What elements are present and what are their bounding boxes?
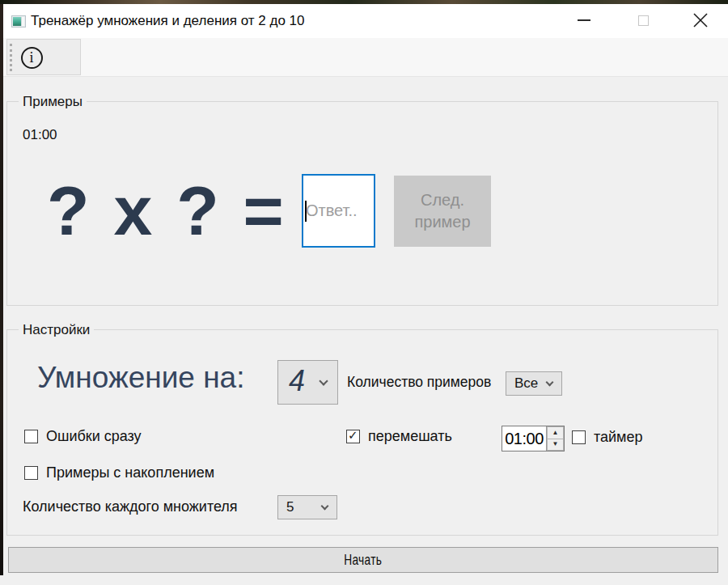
spinner-down-button[interactable]: ▼ xyxy=(547,439,564,451)
examples-group-label: Примеры xyxy=(19,94,87,110)
examples-count-value: Все xyxy=(514,375,538,392)
factor-count-label: Количество каждого множителя xyxy=(23,498,238,515)
multiplier-combobox[interactable]: 4 xyxy=(277,360,338,405)
minimize-icon xyxy=(578,19,590,21)
answer-input[interactable]: Ответ.. xyxy=(302,174,375,248)
toolbar-gripper[interactable] xyxy=(10,44,12,71)
checkbox-label: таймер xyxy=(594,429,643,446)
close-icon xyxy=(693,13,708,28)
screen: Тренажёр умножения и деления от 2 до 10 … xyxy=(0,0,728,585)
checkbox-box xyxy=(24,430,38,443)
checkbox-shuffle[interactable]: ✓ перемешать xyxy=(346,428,452,445)
checkbox-box xyxy=(24,466,38,480)
settings-group-label: Настройки xyxy=(19,322,94,338)
checkbox-label: Примеры с накоплением xyxy=(46,464,214,481)
examples-count-combobox[interactable]: Все xyxy=(506,371,562,396)
close-button[interactable] xyxy=(682,4,719,36)
answer-placeholder: Ответ.. xyxy=(306,176,358,246)
timer-spinner: 01:00 ▲ ▼ xyxy=(502,426,565,451)
checkbox-accumulate[interactable]: Примеры с накоплением xyxy=(24,464,214,481)
multiplier-value: 4 xyxy=(289,364,305,398)
window-title: Тренажёр умножения и деления от 2 до 10 xyxy=(31,13,304,29)
checkbox-box xyxy=(572,430,586,444)
info-icon: i xyxy=(21,47,43,69)
spinner-up-button[interactable]: ▲ xyxy=(547,426,564,439)
factor-count-value: 5 xyxy=(286,499,294,515)
arrow-down-icon: ▼ xyxy=(552,441,559,447)
countdown-timer: 01:00 xyxy=(23,127,57,143)
factor-count-combobox[interactable]: 5 xyxy=(277,495,337,519)
next-example-button[interactable]: След. пример xyxy=(394,176,491,247)
toolbar: i xyxy=(6,39,81,75)
chevron-down-icon xyxy=(546,379,554,387)
examples-count-label: Количество примеров xyxy=(347,374,491,391)
checkbox-box-checked: ✓ xyxy=(346,430,360,443)
toolbar-tray xyxy=(3,38,728,77)
multiplication-by-label: Умножение на: xyxy=(37,361,244,395)
checkbox-errors-immediately[interactable]: Ошибки сразу xyxy=(24,428,142,445)
maximize-icon xyxy=(638,15,649,26)
checkbox-timer[interactable]: таймер xyxy=(572,429,643,446)
checkbox-label: Ошибки сразу xyxy=(46,428,142,445)
minimize-button[interactable] xyxy=(565,4,603,36)
chevron-down-icon xyxy=(321,502,329,511)
checkbox-label: перемешать xyxy=(368,428,452,445)
maximize-button[interactable] xyxy=(624,4,662,36)
info-button[interactable]: i xyxy=(17,43,46,72)
arrow-up-icon: ▲ xyxy=(552,430,559,436)
question-text: ? x ? = xyxy=(47,162,281,259)
chevron-down-icon xyxy=(319,376,328,385)
start-button[interactable]: Начать xyxy=(8,547,718,573)
timer-spinner-value[interactable]: 01:00 xyxy=(502,426,546,451)
check-icon: ✓ xyxy=(348,428,358,443)
app-icon xyxy=(11,15,26,28)
